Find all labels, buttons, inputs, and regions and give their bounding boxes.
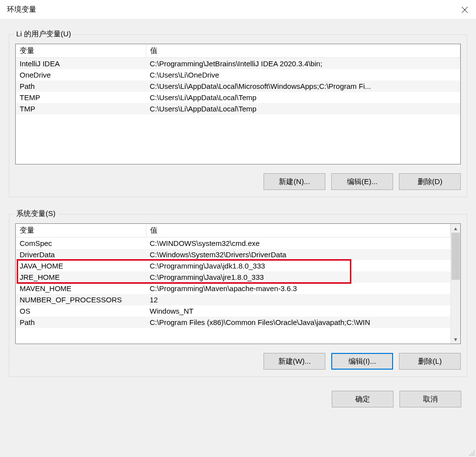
var-value-cell: C:\Programming\JetBrains\IntelliJ IDEA 2… [146,58,460,70]
var-name-cell: ComSpec [16,238,146,249]
var-value-cell: Windows_NT [146,305,450,317]
var-value-cell: C:\Windows\System32\Drivers\DriverData [146,249,450,260]
window-title: 环境变量 [7,5,453,14]
user-vars-buttons: 新建(N)... 编辑(E)... 删除(D) [15,173,461,190]
var-name-cell: NUMBER_OF_PROCESSORS [16,294,146,305]
user-col-value[interactable]: 值 [146,44,460,58]
sys-col-name[interactable]: 变量 [16,224,146,238]
user-vars-group: Li 的用户变量(U) 变量 值 IntelliJ IDEAC:\Program… [9,34,467,197]
table-row[interactable]: NUMBER_OF_PROCESSORS12 [16,294,450,305]
svg-point-4 [472,455,473,456]
table-row[interactable]: DriverDataC:\Windows\System32\Drivers\Dr… [16,249,450,260]
system-new-button[interactable]: 新建(W)... [264,353,325,370]
svg-point-2 [474,453,475,454]
scrollbar-up-icon[interactable]: ▲ [451,224,460,233]
var-value-cell: C:\Programming\Maven\apache-maven-3.6.3 [146,283,450,294]
svg-point-5 [474,455,475,456]
table-row[interactable]: TEMPC:\Users\Li\AppData\Local\Temp [16,92,460,103]
dialog-footer: 确定 取消 [9,391,467,407]
var-value-cell: 12 [146,294,450,305]
svg-point-0 [474,451,475,452]
table-row[interactable]: IntelliJ IDEAC:\Programming\JetBrains\In… [16,58,460,70]
var-name-cell: TEMP [16,92,146,103]
close-icon [461,6,468,13]
dialog-content: Li 的用户变量(U) 变量 值 IntelliJ IDEAC:\Program… [0,20,476,457]
svg-point-3 [470,455,471,456]
system-vars-group: 系统变量(S) 变量 值 ComSpecC:\WINDOWS\system32\… [9,214,467,377]
resize-grip-icon [468,449,475,456]
cancel-button[interactable]: 取消 [399,391,461,407]
var-name-cell: Path [16,317,146,328]
system-vars-table[interactable]: 变量 值 ComSpecC:\WINDOWS\system32\cmd.exeD… [16,224,450,328]
var-value-cell: C:\Users\Li\AppData\Local\Temp [146,103,460,114]
close-button[interactable] [453,0,476,20]
var-value-cell: C:\Program Files (x86)\Common Files\Orac… [146,317,450,328]
var-value-cell: C:\Users\Li\AppData\Local\Temp [146,92,460,103]
user-delete-button[interactable]: 删除(D) [399,173,461,190]
table-row[interactable]: TMPC:\Users\Li\AppData\Local\Temp [16,103,460,114]
table-row[interactable]: JRE_HOMEC:\Programming\Java\jre1.8.0_333 [16,271,450,283]
var-value-cell: C:\Users\Li\OneDrive [146,69,460,81]
user-vars-table[interactable]: 变量 值 IntelliJ IDEAC:\Programming\JetBrai… [16,44,460,114]
titlebar: 环境变量 [0,0,476,20]
var-name-cell: MAVEN_HOME [16,283,146,294]
table-row[interactable]: OneDriveC:\Users\Li\OneDrive [16,69,460,81]
var-value-cell: C:\Programming\Java\jre1.8.0_333 [146,271,450,283]
env-vars-dialog: 环境变量 Li 的用户变量(U) 变量 值 [0,0,476,457]
scrollbar-down-icon[interactable]: ▼ [451,335,460,344]
var-name-cell: JAVA_HOME [16,260,146,271]
var-name-cell: JRE_HOME [16,271,146,283]
ok-button[interactable]: 确定 [332,391,394,407]
table-row[interactable]: OSWindows_NT [16,305,450,317]
user-col-name[interactable]: 变量 [16,44,146,58]
system-delete-button[interactable]: 删除(L) [399,353,461,370]
user-vars-table-container: 变量 值 IntelliJ IDEAC:\Programming\JetBrai… [15,44,461,164]
system-vars-buttons: 新建(W)... 编辑(I)... 删除(L) [15,353,461,370]
user-vars-label: Li 的用户变量(U) [14,29,73,39]
var-value-cell: C:\WINDOWS\system32\cmd.exe [146,238,450,249]
var-name-cell: IntelliJ IDEA [16,58,146,70]
var-value-cell: C:\Users\Li\AppData\Local\Microsoft\Wind… [146,81,460,92]
var-name-cell: OS [16,305,146,317]
var-name-cell: OneDrive [16,69,146,81]
table-row[interactable]: ComSpecC:\WINDOWS\system32\cmd.exe [16,238,450,249]
resize-grip[interactable] [468,449,475,456]
table-row[interactable]: MAVEN_HOMEC:\Programming\Maven\apache-ma… [16,283,450,294]
scrollbar-thumb[interactable] [451,233,460,280]
var-name-cell: Path [16,81,146,92]
user-new-button[interactable]: 新建(N)... [264,173,325,190]
user-edit-button[interactable]: 编辑(E)... [331,173,393,190]
svg-point-1 [472,453,473,454]
system-edit-button[interactable]: 编辑(I)... [331,353,393,370]
var-value-cell: C:\Programming\Java\jdk1.8.0_333 [146,260,450,271]
sys-col-value[interactable]: 值 [146,224,450,238]
table-row[interactable]: PathC:\Program Files (x86)\Common Files\… [16,317,450,328]
table-row[interactable]: JAVA_HOMEC:\Programming\Java\jdk1.8.0_33… [16,260,450,271]
system-vars-table-container: 变量 值 ComSpecC:\WINDOWS\system32\cmd.exeD… [15,223,461,344]
system-scrollbar[interactable]: ▲ ▼ [450,224,460,344]
var-name-cell: TMP [16,103,146,114]
system-vars-label: 系统变量(S) [14,209,57,218]
table-row[interactable]: PathC:\Users\Li\AppData\Local\Microsoft\… [16,81,460,92]
var-name-cell: DriverData [16,249,146,260]
